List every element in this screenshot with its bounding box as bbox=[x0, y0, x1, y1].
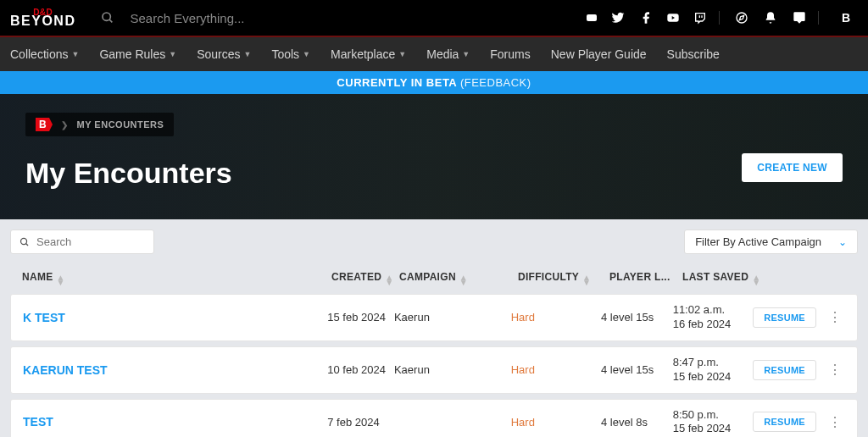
chevron-down-icon: ⌄ bbox=[838, 236, 847, 248]
col-campaign[interactable]: CAMPAIGN▲▼ bbox=[399, 271, 518, 285]
table-row: TEST7 feb 2024Hard4 level 8s8:50 p.m.15 … bbox=[10, 399, 858, 437]
sort-icon: ▲▼ bbox=[459, 275, 468, 285]
nav-item[interactable]: Media▼ bbox=[426, 47, 470, 61]
beta-feedback: (FEEDBACK) bbox=[460, 76, 531, 89]
caret-down-icon: ▼ bbox=[398, 50, 406, 58]
row-name[interactable]: K TEST bbox=[23, 311, 327, 324]
svg-point-0 bbox=[103, 13, 110, 20]
row-saved: 8:47 p.m.15 feb 2024 bbox=[673, 356, 753, 384]
col-created[interactable]: CREATED▲▼ bbox=[331, 271, 399, 285]
hero: ❯ MY ENCOUNTERS My Encounters CREATE NEW bbox=[0, 94, 868, 219]
breadcrumb-current: MY ENCOUNTERS bbox=[77, 119, 164, 130]
filter-campaign-select[interactable]: Filter By Active Campaign ⌄ bbox=[684, 230, 858, 254]
navbar: Collections▼Game Rules▼Sources▼Tools▼Mar… bbox=[0, 37, 868, 71]
col-players[interactable]: PLAYER L... bbox=[609, 271, 682, 285]
table-header: NAME▲▼ CREATED▲▼ CAMPAIGN▲▼ DIFFICULTY▲▼… bbox=[10, 263, 858, 294]
social-icons bbox=[585, 11, 720, 25]
caret-down-icon: ▼ bbox=[462, 50, 470, 58]
compass-icon[interactable] bbox=[735, 11, 748, 25]
caret-down-icon: ▼ bbox=[71, 50, 79, 58]
row-name[interactable]: KAERUN TEST bbox=[23, 363, 327, 377]
topbar: D&D BEYOND B bbox=[0, 0, 868, 37]
beta-banner[interactable]: CURRENTLY IN BETA (FEEDBACK) bbox=[0, 71, 868, 94]
row-difficulty: Hard bbox=[511, 416, 601, 429]
table-row: KAERUN TEST10 feb 2024KaerunHard4 level … bbox=[10, 346, 858, 394]
row-campaign: Kaerun bbox=[394, 363, 511, 376]
kebab-icon[interactable]: ⋮ bbox=[825, 309, 845, 325]
row-players: 4 level 15s bbox=[601, 363, 673, 376]
search-icon[interactable] bbox=[101, 11, 114, 25]
row-difficulty: Hard bbox=[511, 311, 601, 324]
row-saved: 11:02 a.m.16 feb 2024 bbox=[673, 303, 753, 332]
youtube-icon[interactable] bbox=[666, 11, 680, 25]
resume-button[interactable]: RESUME bbox=[753, 360, 816, 380]
row-created: 10 feb 2024 bbox=[327, 363, 394, 376]
sort-icon: ▲▼ bbox=[582, 275, 591, 285]
resume-button[interactable]: RESUME bbox=[753, 307, 816, 328]
nav-item[interactable]: Sources▼ bbox=[197, 47, 251, 61]
util-icons bbox=[735, 11, 819, 25]
nav-item[interactable]: Game Rules▼ bbox=[99, 47, 176, 61]
row-players: 4 level 15s bbox=[601, 311, 673, 324]
sort-icon: ▲▼ bbox=[57, 275, 65, 285]
nav-item[interactable]: Marketplace▼ bbox=[331, 47, 406, 61]
avatar[interactable]: B bbox=[834, 6, 858, 30]
facebook-icon[interactable] bbox=[639, 11, 653, 25]
row-name[interactable]: TEST bbox=[23, 415, 327, 429]
chevron-right-icon: ❯ bbox=[61, 120, 69, 130]
nav-item[interactable]: Tools▼ bbox=[271, 47, 310, 61]
chat-icon[interactable] bbox=[793, 11, 806, 25]
sort-icon: ▲▼ bbox=[752, 275, 760, 285]
twitch-icon[interactable] bbox=[693, 11, 707, 25]
search-input[interactable] bbox=[130, 11, 367, 25]
row-created: 15 feb 2024 bbox=[327, 311, 394, 324]
svg-rect-2 bbox=[587, 14, 597, 21]
create-new-button[interactable]: CREATE NEW bbox=[742, 153, 843, 182]
filter-search-input[interactable] bbox=[36, 235, 145, 248]
row-created: 7 feb 2024 bbox=[327, 416, 394, 429]
logo[interactable]: D&D BEYOND bbox=[10, 9, 75, 27]
caret-down-icon: ▼ bbox=[244, 50, 252, 58]
filter-search[interactable] bbox=[10, 230, 154, 254]
resume-button[interactable]: RESUME bbox=[753, 412, 816, 432]
caret-down-icon: ▼ bbox=[169, 50, 176, 58]
nav-item[interactable]: Subscribe bbox=[667, 47, 720, 61]
col-name[interactable]: NAME▲▼ bbox=[22, 271, 331, 285]
discord-icon[interactable] bbox=[585, 11, 598, 25]
col-difficulty[interactable]: DIFFICULTY▲▼ bbox=[518, 271, 609, 285]
row-players: 4 level 8s bbox=[601, 416, 673, 429]
caret-down-icon: ▼ bbox=[303, 50, 310, 58]
svg-line-8 bbox=[26, 243, 29, 246]
row-campaign: Kaerun bbox=[394, 311, 511, 324]
breadcrumb: ❯ MY ENCOUNTERS bbox=[25, 113, 174, 136]
row-saved: 8:50 p.m.15 feb 2024 bbox=[673, 408, 753, 437]
page-title: My Encounters bbox=[25, 157, 843, 190]
search-icon bbox=[19, 236, 30, 248]
logo-beyond: BEYOND bbox=[10, 16, 75, 27]
content: Filter By Active Campaign ⌄ NAME▲▼ CREAT… bbox=[0, 219, 868, 437]
kebab-icon[interactable]: ⋮ bbox=[825, 414, 845, 430]
breadcrumb-home-icon[interactable] bbox=[36, 118, 53, 131]
nav-item[interactable]: Forums bbox=[490, 47, 530, 61]
svg-line-1 bbox=[109, 19, 112, 22]
svg-point-6 bbox=[737, 13, 747, 23]
row-difficulty: Hard bbox=[511, 363, 601, 376]
filter-campaign-label: Filter By Active Campaign bbox=[695, 235, 821, 248]
beta-text: CURRENTLY IN BETA bbox=[337, 76, 456, 89]
table-row: K TEST15 feb 2024KaerunHard4 level 15s11… bbox=[10, 294, 858, 341]
twitter-icon[interactable] bbox=[612, 11, 626, 25]
svg-point-7 bbox=[21, 238, 27, 244]
nav-item[interactable]: New Player Guide bbox=[551, 47, 647, 61]
sort-icon: ▲▼ bbox=[385, 275, 393, 285]
kebab-icon[interactable]: ⋮ bbox=[825, 362, 845, 378]
col-saved[interactable]: LAST SAVED▲▼ bbox=[682, 271, 764, 285]
nav-item[interactable]: Collections▼ bbox=[10, 47, 79, 61]
bell-icon[interactable] bbox=[764, 11, 777, 25]
